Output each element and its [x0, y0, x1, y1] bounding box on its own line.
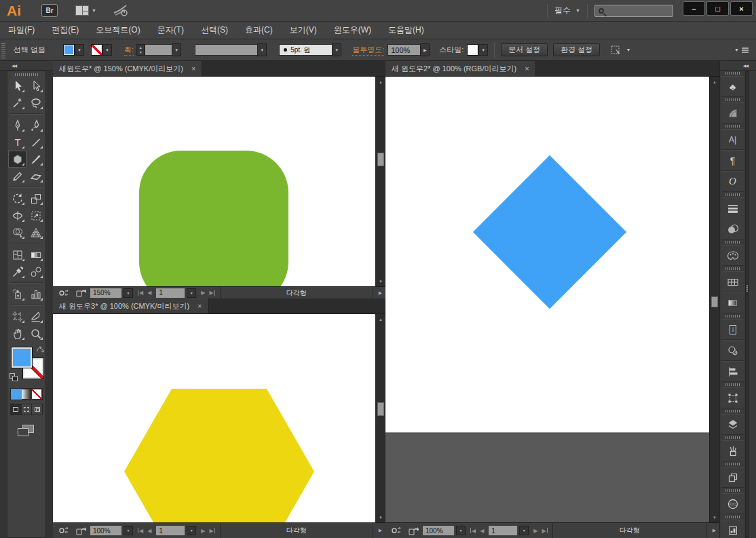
menu-view[interactable]: 보기(V) — [290, 24, 317, 36]
first-artboard-button[interactable]: ◀ — [138, 290, 143, 296]
panel-grip[interactable] — [725, 98, 741, 101]
stroke-weight-field[interactable] — [145, 44, 172, 56]
paragraph-panel-button[interactable]: ¶ — [721, 150, 744, 171]
zoom-dropdown[interactable]: ▼ — [124, 526, 133, 535]
variable-width-dropdown[interactable]: ▼ — [257, 43, 267, 56]
creative-cloud-button[interactable]: CC — [721, 493, 744, 514]
style-dropdown[interactable]: ▼ — [478, 44, 488, 56]
previous-artboard-button[interactable]: ◀ — [480, 528, 484, 534]
color-button[interactable] — [12, 389, 21, 399]
color-panel-button[interactable] — [721, 245, 744, 266]
sync-settings-button[interactable] — [56, 526, 71, 536]
zoom-dropdown[interactable]: ▼ — [456, 526, 466, 535]
tab-close-icon[interactable]: × — [191, 65, 195, 73]
canvas-2[interactable]: ▲ ▼ — [385, 77, 719, 522]
cs-live-button[interactable] — [113, 5, 129, 17]
stepper-up-icon[interactable]: ▲ — [137, 45, 144, 50]
zoom-tool[interactable] — [26, 325, 45, 342]
dock-collapse-bar[interactable]: ◀◀ — [720, 61, 756, 71]
panel-grip[interactable] — [725, 267, 741, 270]
artboard-number-field[interactable]: 1 — [156, 526, 185, 535]
previous-artboard-button[interactable]: ◀ — [147, 528, 151, 534]
eyedropper-tool[interactable] — [8, 263, 26, 280]
stroke-dropdown-button[interactable]: ▼ — [102, 44, 112, 56]
rounded-square-shape[interactable] — [139, 151, 288, 286]
workspace-switcher[interactable]: 필수 ▼ — [554, 5, 580, 16]
stroke-color-swatch[interactable] — [91, 44, 102, 56]
status-expand-icon[interactable]: ▶ — [709, 528, 719, 533]
scroll-up-icon[interactable]: ▲ — [376, 315, 385, 324]
document-info-panel-button[interactable]: i — [721, 319, 744, 340]
line-segment-tool[interactable] — [26, 134, 45, 151]
brush-dropdown[interactable]: ▼ — [332, 43, 341, 56]
minimize-button[interactable]: – — [683, 1, 705, 16]
panel-grip[interactable] — [725, 436, 741, 439]
opacity-label[interactable]: 불투명도: — [352, 45, 384, 56]
scroll-down-icon[interactable]: ▼ — [376, 513, 385, 522]
direct-selection-tool[interactable] — [26, 77, 45, 94]
arrange-documents-button[interactable]: ▼ — [75, 5, 96, 16]
menu-edit[interactable]: 편집(E) — [52, 24, 79, 36]
panel-grip[interactable] — [725, 383, 741, 386]
first-artboard-button[interactable]: ◀ — [470, 528, 476, 534]
document-tab-2[interactable]: 새 윈도우2* @ 100% (RGB/미리보기) × — [385, 61, 536, 76]
transparency-panel-button[interactable] — [721, 218, 744, 239]
menu-object[interactable]: 오브젝트(O) — [96, 24, 140, 36]
stepper-down-icon[interactable]: ▼ — [137, 50, 144, 56]
selection-tool[interactable] — [8, 77, 26, 94]
tab-close-icon[interactable]: × — [525, 65, 529, 73]
opentype-panel-button[interactable]: O — [721, 171, 744, 192]
panel-grip[interactable] — [725, 193, 741, 196]
panel-grip[interactable] — [725, 516, 741, 518]
stroke-weight-stepper[interactable]: ▲ ▼ — [136, 44, 145, 56]
control-panel-menu-button[interactable]: ▼ — [734, 47, 749, 54]
stroke-weight-label[interactable]: 획: — [124, 45, 134, 56]
zoom-level-field[interactable]: 100% — [423, 526, 454, 535]
document-tab-3[interactable]: 새 윈도우3* @ 100% (CMYK/미리보기) × — [53, 299, 209, 313]
gradient-tool[interactable] — [26, 246, 45, 263]
export-button[interactable] — [73, 526, 88, 536]
scroll-down-icon[interactable]: ▼ — [710, 513, 719, 522]
canvas-1[interactable]: ▲ ▼ — [53, 77, 385, 286]
export-button[interactable] — [406, 526, 421, 536]
tools-collapse-bar[interactable]: ◀◀ — [0, 61, 53, 71]
column-graph-tool[interactable] — [26, 286, 45, 303]
transform-panel-button[interactable] — [721, 387, 744, 408]
next-artboard-button[interactable]: ▶ — [201, 528, 205, 534]
artboard-dropdown[interactable]: ▼ — [187, 526, 196, 535]
vertical-scrollbar[interactable]: ▲ ▼ — [375, 314, 385, 522]
artboards-panel-button[interactable] — [721, 467, 744, 488]
menu-window[interactable]: 윈도우(W) — [334, 24, 371, 36]
panel-grip[interactable] — [725, 489, 741, 492]
menu-file[interactable]: 파일(F) — [8, 24, 35, 36]
hexagon-shape[interactable] — [124, 389, 314, 522]
pen-tool[interactable] — [8, 117, 26, 134]
preferences-button[interactable]: 환경 설정 — [553, 43, 600, 56]
select-similar-dropdown[interactable]: ▼ — [626, 47, 630, 52]
paintbrush-tool[interactable] — [26, 151, 45, 168]
none-button[interactable] — [32, 389, 41, 399]
artboard-number-field[interactable]: 1 — [489, 526, 517, 535]
menu-help[interactable]: 도움말(H) — [388, 24, 424, 36]
draw-normal-button[interactable] — [11, 404, 22, 415]
mesh-tool[interactable] — [8, 246, 26, 263]
symbol-sprayer-tool[interactable] — [8, 286, 26, 303]
panel-grip[interactable] — [725, 410, 741, 412]
panel-grip[interactable] — [1, 42, 5, 58]
status-tool-display[interactable]: 다각형 — [552, 523, 707, 538]
draw-inside-button[interactable] — [32, 404, 42, 415]
panel-grip[interactable] — [725, 72, 741, 75]
search-input[interactable] — [607, 7, 673, 15]
document-setup-button[interactable]: 문서 설정 — [501, 43, 548, 56]
artboard-dropdown[interactable]: ▼ — [519, 526, 529, 535]
search-box[interactable] — [594, 5, 673, 17]
fill-swatch[interactable] — [11, 347, 33, 368]
status-tool-display[interactable]: 다각형 — [220, 287, 373, 299]
style-swatch[interactable] — [467, 44, 478, 56]
brushes-panel-button[interactable] — [721, 440, 744, 461]
sync-settings-button[interactable] — [389, 526, 404, 536]
align-panel-button[interactable] — [721, 361, 744, 382]
first-artboard-button[interactable]: ◀ — [138, 528, 143, 534]
width-tool[interactable] — [8, 207, 26, 224]
opacity-field[interactable]: 100% — [388, 44, 420, 56]
